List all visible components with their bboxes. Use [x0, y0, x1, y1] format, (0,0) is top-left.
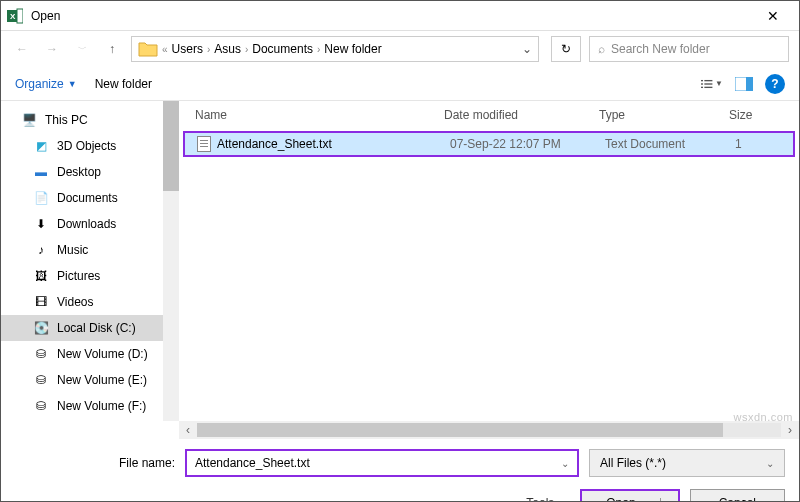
scroll-left-icon[interactable]: ‹	[179, 423, 197, 437]
filename-value: Attendance_Sheet.txt	[195, 456, 310, 470]
header-name[interactable]: Name	[179, 108, 444, 122]
preview-pane-icon[interactable]	[733, 75, 755, 93]
header-date[interactable]: Date modified	[444, 108, 599, 122]
svg-rect-6	[704, 83, 712, 84]
music-icon: ♪	[33, 243, 49, 257]
search-input[interactable]: ⌕ Search New folder	[589, 36, 789, 62]
svg-rect-5	[701, 83, 703, 84]
tree-desktop[interactable]: ▬Desktop	[1, 159, 163, 185]
filter-value: All Files (*.*)	[600, 456, 666, 470]
file-type: Text Document	[605, 137, 735, 151]
crumb-users[interactable]: Users	[172, 42, 203, 56]
recent-dropdown[interactable]: ﹀	[71, 38, 93, 60]
organize-button[interactable]: Organize▼	[15, 77, 77, 91]
new-folder-button[interactable]: New folder	[95, 77, 152, 91]
pc-icon: 🖥️	[21, 113, 37, 127]
pictures-icon: 🖼	[33, 269, 49, 283]
tree-pictures[interactable]: 🖼Pictures	[1, 263, 163, 289]
footer: File name: Attendance_Sheet.txt ⌄ All Fi…	[1, 439, 799, 502]
chevron-down-icon[interactable]: ⌄	[561, 458, 569, 469]
file-name: Attendance_Sheet.txt	[217, 137, 332, 151]
tree-volume-e[interactable]: ⛁New Volume (E:)	[1, 367, 163, 393]
window-title: Open	[31, 9, 753, 23]
forward-button[interactable]: →	[41, 38, 63, 60]
open-button[interactable]: Open ▼	[580, 489, 679, 502]
file-type-filter[interactable]: All Files (*.*) ⌄	[589, 449, 785, 477]
videos-icon: 🎞	[33, 295, 49, 309]
cube-icon: ◩	[33, 139, 49, 153]
scroll-right-icon[interactable]: ›	[781, 423, 799, 437]
close-button[interactable]: ✕	[753, 8, 793, 24]
up-button[interactable]: ↑	[101, 38, 123, 60]
tree-videos[interactable]: 🎞Videos	[1, 289, 163, 315]
tree-downloads[interactable]: ⬇Downloads	[1, 211, 163, 237]
tree-music[interactable]: ♪Music	[1, 237, 163, 263]
chevron-right-icon: ›	[245, 44, 248, 55]
open-split-dropdown[interactable]: ▼	[660, 498, 678, 503]
tree-this-pc[interactable]: 🖥️This PC	[1, 107, 163, 133]
drive-icon: ⛁	[33, 399, 49, 413]
tree-volume-f[interactable]: ⛁New Volume (F:)	[1, 393, 163, 419]
svg-rect-3	[701, 79, 703, 80]
list-header: Name Date modified Type Size	[179, 101, 799, 129]
tree-3d-objects[interactable]: ◩3D Objects	[1, 133, 163, 159]
crumb-documents[interactable]: Documents	[252, 42, 313, 56]
excel-icon: X	[7, 8, 23, 24]
header-type[interactable]: Type	[599, 108, 729, 122]
filename-label: File name:	[15, 456, 175, 470]
disk-icon: 💽	[33, 321, 49, 335]
tools-button[interactable]: Tools▼	[526, 496, 566, 502]
toolbar: Organize▼ New folder ▼ ?	[1, 67, 799, 101]
breadcrumb-bar[interactable]: « Users› Asus› Documents› New folder ⌄	[131, 36, 539, 62]
back-button[interactable]: ←	[11, 38, 33, 60]
desktop-icon: ▬	[33, 165, 49, 179]
tree-volume-d[interactable]: ⛁New Volume (D:)	[1, 341, 163, 367]
tree-local-disk-c[interactable]: 💽Local Disk (C:)	[1, 315, 163, 341]
help-icon[interactable]: ?	[765, 74, 785, 94]
body: 🖥️This PC ◩3D Objects ▬Desktop 📄Document…	[1, 101, 799, 421]
search-placeholder: Search New folder	[611, 42, 710, 56]
cancel-button[interactable]: Cancel	[690, 489, 785, 502]
search-icon: ⌕	[598, 42, 605, 56]
title-bar: X Open ✕	[1, 1, 799, 31]
svg-rect-7	[701, 86, 703, 87]
chevron-down-icon: ▼	[558, 499, 566, 503]
tree-pane: 🖥️This PC ◩3D Objects ▬Desktop 📄Document…	[1, 101, 163, 421]
chevron-down-icon: ⌄	[766, 458, 774, 469]
filename-input[interactable]: Attendance_Sheet.txt ⌄	[185, 449, 579, 477]
text-file-icon	[197, 136, 211, 152]
header-size[interactable]: Size	[729, 108, 795, 122]
file-row[interactable]: Attendance_Sheet.txt 07-Sep-22 12:07 PM …	[183, 131, 795, 157]
refresh-button[interactable]: ↻	[551, 36, 581, 62]
file-size: 1	[735, 137, 793, 151]
chevron-right-icon: ›	[207, 44, 210, 55]
crumb-asus[interactable]: Asus	[214, 42, 241, 56]
downloads-icon: ⬇	[33, 217, 49, 231]
tree-documents[interactable]: 📄Documents	[1, 185, 163, 211]
tree-scrollbar[interactable]	[163, 101, 179, 421]
drive-icon: ⛁	[33, 373, 49, 387]
file-list: Name Date modified Type Size Attendance_…	[179, 101, 799, 421]
svg-rect-8	[704, 86, 712, 87]
folder-icon	[138, 40, 158, 58]
drive-icon: ⛁	[33, 347, 49, 361]
nav-bar: ← → ﹀ ↑ « Users› Asus› Documents› New fo…	[1, 31, 799, 67]
file-date: 07-Sep-22 12:07 PM	[450, 137, 605, 151]
view-list-icon[interactable]: ▼	[701, 75, 723, 93]
chevron-down-icon: ▼	[68, 79, 77, 89]
documents-icon: 📄	[33, 191, 49, 205]
breadcrumb-dropdown[interactable]: ⌄	[522, 42, 532, 56]
list-hscrollbar[interactable]: ‹ ›	[179, 421, 799, 439]
svg-rect-4	[704, 79, 712, 80]
breadcrumb-prefix: «	[162, 44, 168, 55]
chevron-right-icon: ›	[317, 44, 320, 55]
svg-rect-10	[746, 77, 753, 91]
svg-text:X: X	[10, 12, 16, 21]
crumb-newfolder[interactable]: New folder	[324, 42, 381, 56]
svg-rect-1	[17, 9, 23, 23]
